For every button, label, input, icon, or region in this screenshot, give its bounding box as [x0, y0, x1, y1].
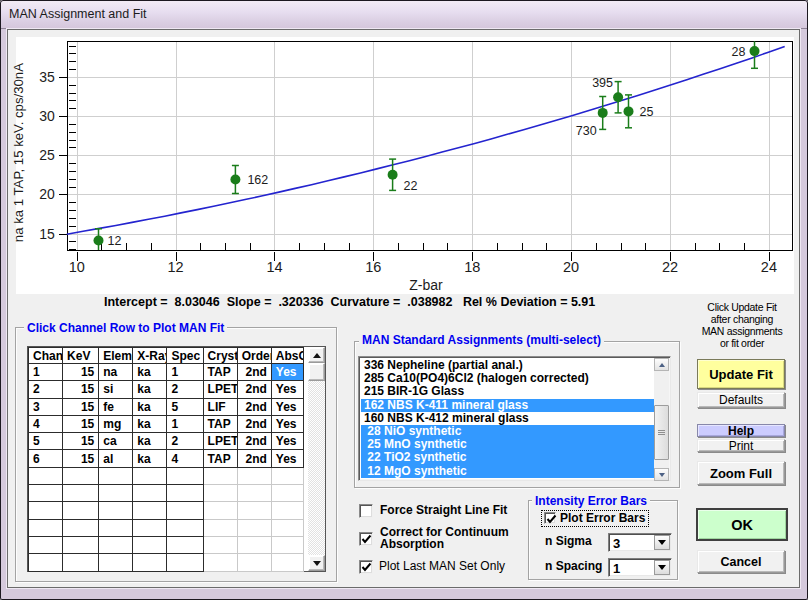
standard-list-item[interactable]: 162 NBS K-411 mineral glass: [361, 399, 654, 412]
table-cell[interactable]: fe: [99, 398, 133, 415]
table-row[interactable]: 615alka4TAP2ndYes: [29, 450, 304, 467]
table-cell[interactable]: Yes: [271, 381, 303, 398]
table-cell[interactable]: LPET: [203, 381, 237, 398]
standard-list-item[interactable]: 215 BIR-1G Glass: [361, 385, 654, 398]
table-cell[interactable]: na: [99, 364, 133, 381]
table-cell[interactable]: 2: [167, 433, 203, 450]
table-cell[interactable]: 1: [29, 364, 63, 381]
standards-listbox[interactable]: 336 Nepheline (partial anal.)285 Ca10(PO…: [358, 356, 671, 481]
table-cell[interactable]: Yes: [271, 450, 303, 467]
column-header[interactable]: Order: [237, 348, 271, 364]
table-cell[interactable]: LIF: [203, 398, 237, 415]
table-empty-row[interactable]: [29, 502, 304, 519]
titlebar[interactable]: MAN Assignment and Fit: [1, 1, 807, 29]
table-cell[interactable]: si: [99, 381, 133, 398]
table-cell[interactable]: TAP: [203, 364, 237, 381]
plot-last-man-set-checkbox[interactable]: Plot Last MAN Set Only: [359, 560, 505, 574]
cancel-button[interactable]: Cancel: [697, 550, 785, 573]
standard-list-item[interactable]: 12 MgO synthetic: [361, 465, 654, 478]
table-cell[interactable]: 1: [167, 415, 203, 432]
table-row[interactable]: 215sika2LPET2ndYes: [29, 381, 304, 398]
table-empty-row[interactable]: [29, 536, 304, 553]
column-header[interactable]: Cryst: [203, 348, 237, 364]
table-cell[interactable]: 5: [167, 398, 203, 415]
column-header[interactable]: AbsCo: [271, 348, 303, 364]
table-empty-row[interactable]: [29, 485, 304, 502]
dropdown-button[interactable]: [654, 535, 670, 550]
n-spacing-combo[interactable]: 1: [608, 558, 672, 577]
print-button[interactable]: Print: [697, 439, 785, 452]
table-cell[interactable]: 6: [29, 450, 63, 467]
table-row[interactable]: 515caka2LPET2ndYes: [29, 433, 304, 450]
plot-error-bars-checkbox[interactable]: Plot Error Bars: [541, 510, 649, 527]
table-cell[interactable]: 15: [63, 450, 99, 467]
table-scrollbar[interactable]: [308, 347, 325, 571]
table-empty-row[interactable]: [29, 554, 304, 571]
table-cell[interactable]: ca: [99, 433, 133, 450]
dropdown-button[interactable]: [654, 560, 670, 575]
defaults-button[interactable]: Defaults: [697, 392, 785, 408]
table-empty-row[interactable]: [29, 467, 304, 484]
table-cell[interactable]: al: [99, 450, 133, 467]
checkbox-box[interactable]: [544, 512, 556, 524]
checkbox-box[interactable]: [359, 560, 373, 574]
table-cell[interactable]: 1: [167, 364, 203, 381]
table-row[interactable]: 415mgka1TAP2ndYes: [29, 415, 304, 432]
table-cell[interactable]: ka: [133, 433, 167, 450]
column-header[interactable]: X-Ray: [133, 348, 167, 364]
table-cell[interactable]: ka: [133, 450, 167, 467]
continuum-absorption-checkbox[interactable]: Correct for Continuum Absorption: [359, 532, 509, 550]
zoom-full-button[interactable]: Zoom Full: [697, 461, 785, 485]
help-button[interactable]: Help: [697, 424, 785, 437]
table-row[interactable]: 115naka1TAP2ndYes: [29, 364, 304, 381]
table-cell[interactable]: 2nd: [237, 364, 271, 381]
table-cell[interactable]: 2nd: [237, 415, 271, 432]
table-empty-row[interactable]: [29, 519, 304, 536]
table-cell[interactable]: TAP: [203, 415, 237, 432]
table-scroll-down-button[interactable]: [308, 555, 325, 571]
list-scroll-thumb[interactable]: [654, 405, 669, 460]
column-header[interactable]: Spec: [167, 348, 203, 364]
list-scrollbar[interactable]: [654, 358, 669, 481]
table-cell[interactable]: 3: [29, 398, 63, 415]
standard-list-item[interactable]: 22 TiO2 synthetic: [361, 451, 654, 464]
table-cell[interactable]: 5: [29, 433, 63, 450]
table-cell[interactable]: LPET: [203, 433, 237, 450]
table-cell[interactable]: ka: [133, 381, 167, 398]
n-sigma-combo[interactable]: 3: [608, 533, 672, 552]
table-cell[interactable]: mg: [99, 415, 133, 432]
table-cell[interactable]: 2: [29, 381, 63, 398]
table-cell[interactable]: 2nd: [237, 398, 271, 415]
table-cell[interactable]: ka: [133, 415, 167, 432]
table-cell[interactable]: 4: [29, 415, 63, 432]
table-cell[interactable]: 15: [63, 381, 99, 398]
table-cell[interactable]: ka: [133, 364, 167, 381]
table-cell[interactable]: Yes: [271, 415, 303, 432]
standard-list-item[interactable]: 160 NBS K-412 mineral glass: [361, 412, 654, 425]
update-fit-button[interactable]: Update Fit: [697, 359, 785, 389]
force-straight-line-checkbox[interactable]: Force Straight Line Fit: [359, 504, 507, 518]
table-cell[interactable]: Yes: [271, 364, 303, 381]
table-cell[interactable]: 15: [63, 433, 99, 450]
table-cell[interactable]: 2nd: [237, 433, 271, 450]
column-header[interactable]: Chan: [29, 348, 63, 364]
table-cell[interactable]: 4: [167, 450, 203, 467]
table-cell[interactable]: Yes: [271, 433, 303, 450]
table-scroll-up-button[interactable]: [308, 347, 325, 363]
table-cell[interactable]: 2nd: [237, 450, 271, 467]
checkbox-box[interactable]: [359, 504, 373, 518]
table-cell[interactable]: 15: [63, 364, 99, 381]
checkbox-box[interactable]: [359, 532, 373, 546]
table-scroll-thumb[interactable]: [308, 363, 325, 381]
table-cell[interactable]: TAP: [203, 450, 237, 467]
table-cell[interactable]: Yes: [271, 398, 303, 415]
column-header[interactable]: Eleme: [99, 348, 133, 364]
channel-table[interactable]: ChanKeVElemeX-RaySpecCrystOrderAbsCo115n…: [27, 346, 326, 572]
ok-button[interactable]: OK: [696, 508, 788, 541]
table-cell[interactable]: 15: [63, 398, 99, 415]
table-cell[interactable]: ka: [133, 398, 167, 415]
table-row[interactable]: 315feka5LIF2ndYes: [29, 398, 304, 415]
list-scroll-down-button[interactable]: [654, 468, 669, 481]
table-cell[interactable]: 15: [63, 415, 99, 432]
table-cell[interactable]: 2: [167, 381, 203, 398]
